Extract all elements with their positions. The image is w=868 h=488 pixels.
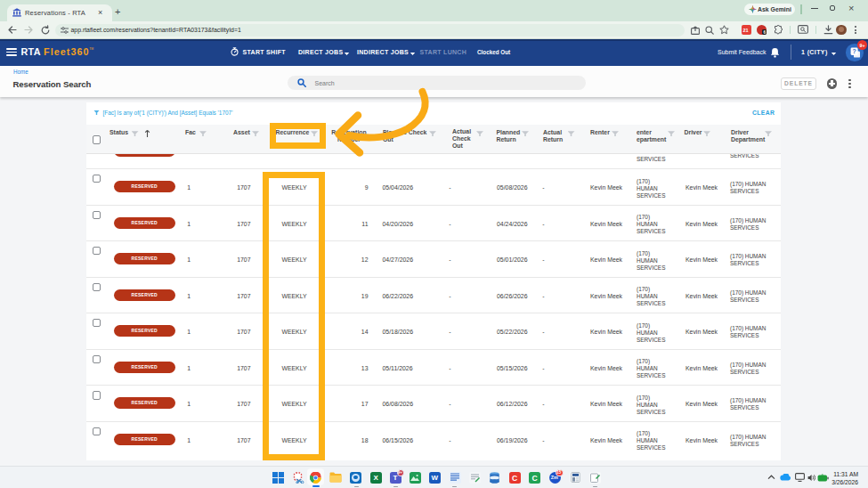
svg-text:?: ? [852, 49, 856, 55]
